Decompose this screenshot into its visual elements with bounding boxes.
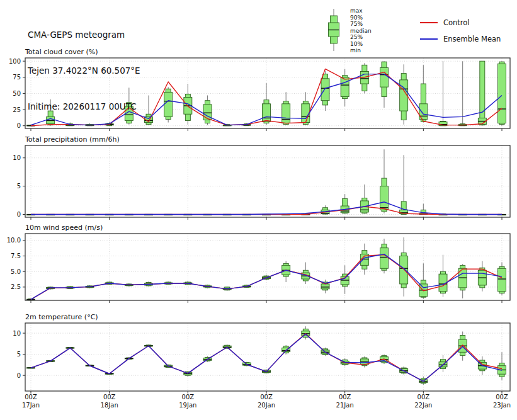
y-tick-label: 0 (17, 122, 21, 129)
x-tick-hour: 00Z (339, 394, 351, 400)
y-tick-label: 5.0 (11, 268, 21, 275)
y-tick-label: 100 (9, 58, 21, 65)
x-tick-day: 23Jan (493, 402, 511, 409)
header-block: CMA-GEPS meteogram Tejen 37.4022°N 60.50… (28, 5, 140, 137)
y-tick-label: 75 (13, 74, 21, 81)
legend-label-75: 75% (350, 21, 372, 28)
panel-title-precip: Total precipitation (mm/6h) (25, 135, 120, 144)
meteogram-figure: 025507510005102.55.07.510.0051000Z17Jan0… (0, 0, 517, 420)
panel-title-wind: 10m wind speed (m/s) (25, 224, 103, 232)
legend-label-25: 25% (350, 34, 372, 41)
y-tick-label: 5 (17, 351, 21, 358)
panel-title-temp: 2m temperature (°C) (25, 313, 98, 321)
x-tick-hour: 00Z (25, 394, 37, 400)
x-tick-day: 17Jan (22, 402, 40, 409)
control-line-sample (420, 22, 438, 23)
control-legend-label: Control (443, 18, 470, 27)
x-tick-hour: 00Z (418, 394, 430, 400)
y-tick-label: 10 (13, 330, 21, 337)
panel-2m-temperature: 0510 (13, 323, 510, 394)
legend-label-min: min (350, 47, 372, 54)
panel-10m-wind-speed: 2.55.07.510.0 (7, 234, 510, 303)
ensemble-line-sample (420, 38, 438, 40)
x-tick-hour: 00Z (103, 394, 116, 400)
legend-label-max: max (350, 8, 372, 14)
y-tick-label: 2.5 (11, 283, 21, 290)
x-tick-day: 20Jan (258, 402, 275, 409)
location-label: Tejen 37.4022°N 60.507°E (28, 65, 140, 77)
box-legend-labels: max 90% 75% median 25% 10% min (350, 8, 372, 54)
y-tick-label: 5 (17, 183, 21, 190)
panel-total-precipitation: 0510 (13, 145, 510, 220)
y-tick-label: 7.5 (11, 253, 21, 259)
y-tick-label: 50 (13, 90, 21, 97)
ensemble-legend-label: Ensemble Mean (443, 35, 501, 43)
legend-label-90: 90% (350, 14, 372, 21)
x-tick-hour: 00Z (260, 394, 273, 400)
x-tick-day: 21Jan (336, 402, 354, 409)
y-tick-label: 10.0 (7, 237, 21, 244)
box-legend-glyph (329, 9, 339, 51)
legend-label-10: 10% (350, 41, 372, 48)
page-title: CMA-GEPS meteogram (28, 29, 140, 41)
x-axis-labels: 00Z17Jan00Z18Jan00Z19Jan00Z20Jan00Z21Jan… (22, 394, 511, 409)
panel-title-cloud: Total cloud cover (%) (25, 48, 98, 56)
y-tick-label: 0 (17, 211, 21, 218)
x-tick-day: 18Jan (101, 402, 118, 409)
y-tick-label: 25 (13, 106, 21, 113)
legend-label-median: median (350, 28, 372, 35)
inittime-label: Initime: 20260117 00UTC (28, 101, 140, 113)
y-tick-label: 10 (13, 154, 21, 161)
x-tick-hour: 00Z (182, 394, 195, 400)
x-tick-day: 19Jan (179, 402, 196, 409)
y-tick-label: 0 (17, 372, 21, 379)
x-tick-hour: 00Z (496, 394, 508, 400)
ensemble-mean-line (31, 202, 502, 215)
x-tick-day: 22Jan (414, 402, 432, 409)
